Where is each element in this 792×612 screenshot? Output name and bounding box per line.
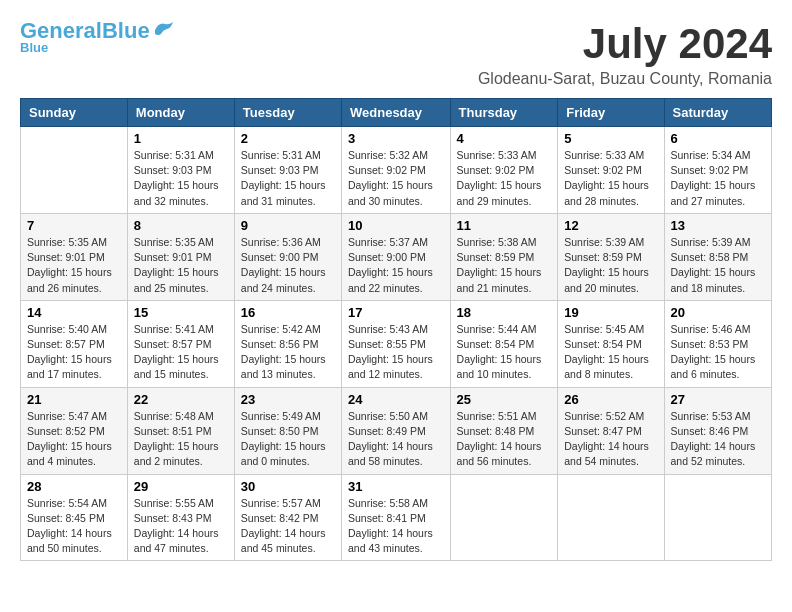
day-number: 17 <box>348 305 444 320</box>
day-info: Sunrise: 5:50 AMSunset: 8:49 PMDaylight:… <box>348 409 444 470</box>
calendar-header: SundayMondayTuesdayWednesdayThursdayFrid… <box>21 99 772 127</box>
calendar-table: SundayMondayTuesdayWednesdayThursdayFrid… <box>20 98 772 561</box>
calendar-cell: 14Sunrise: 5:40 AMSunset: 8:57 PMDayligh… <box>21 300 128 387</box>
day-info: Sunrise: 5:35 AMSunset: 9:01 PMDaylight:… <box>27 235 121 296</box>
calendar-cell: 28Sunrise: 5:54 AMSunset: 8:45 PMDayligh… <box>21 474 128 561</box>
day-number: 24 <box>348 392 444 407</box>
calendar-cell: 18Sunrise: 5:44 AMSunset: 8:54 PMDayligh… <box>450 300 558 387</box>
day-number: 29 <box>134 479 228 494</box>
day-number: 1 <box>134 131 228 146</box>
logo-blue: Blue <box>102 18 150 43</box>
calendar-cell <box>450 474 558 561</box>
header-day-wednesday: Wednesday <box>342 99 451 127</box>
day-number: 31 <box>348 479 444 494</box>
day-number: 4 <box>457 131 552 146</box>
month-title: July 2024 <box>478 20 772 68</box>
calendar-cell: 24Sunrise: 5:50 AMSunset: 8:49 PMDayligh… <box>342 387 451 474</box>
calendar-cell <box>664 474 771 561</box>
header-day-thursday: Thursday <box>450 99 558 127</box>
calendar-cell: 15Sunrise: 5:41 AMSunset: 8:57 PMDayligh… <box>127 300 234 387</box>
page-header: GeneralBlue Blue July 2024 Glodeanu-Sara… <box>20 20 772 88</box>
calendar-cell: 12Sunrise: 5:39 AMSunset: 8:59 PMDayligh… <box>558 213 664 300</box>
calendar-cell: 20Sunrise: 5:46 AMSunset: 8:53 PMDayligh… <box>664 300 771 387</box>
day-info: Sunrise: 5:57 AMSunset: 8:42 PMDaylight:… <box>241 496 335 557</box>
calendar-cell: 13Sunrise: 5:39 AMSunset: 8:58 PMDayligh… <box>664 213 771 300</box>
day-number: 3 <box>348 131 444 146</box>
header-day-saturday: Saturday <box>664 99 771 127</box>
day-number: 28 <box>27 479 121 494</box>
day-info: Sunrise: 5:55 AMSunset: 8:43 PMDaylight:… <box>134 496 228 557</box>
calendar-cell <box>21 127 128 214</box>
week-row-4: 28Sunrise: 5:54 AMSunset: 8:45 PMDayligh… <box>21 474 772 561</box>
day-info: Sunrise: 5:31 AMSunset: 9:03 PMDaylight:… <box>241 148 335 209</box>
day-info: Sunrise: 5:47 AMSunset: 8:52 PMDaylight:… <box>27 409 121 470</box>
logo: GeneralBlue Blue <box>20 20 175 55</box>
day-number: 21 <box>27 392 121 407</box>
calendar-cell: 26Sunrise: 5:52 AMSunset: 8:47 PMDayligh… <box>558 387 664 474</box>
day-number: 7 <box>27 218 121 233</box>
day-info: Sunrise: 5:42 AMSunset: 8:56 PMDaylight:… <box>241 322 335 383</box>
day-info: Sunrise: 5:54 AMSunset: 8:45 PMDaylight:… <box>27 496 121 557</box>
header-day-friday: Friday <box>558 99 664 127</box>
day-number: 8 <box>134 218 228 233</box>
day-number: 19 <box>564 305 657 320</box>
calendar-cell: 21Sunrise: 5:47 AMSunset: 8:52 PMDayligh… <box>21 387 128 474</box>
day-number: 9 <box>241 218 335 233</box>
week-row-3: 21Sunrise: 5:47 AMSunset: 8:52 PMDayligh… <box>21 387 772 474</box>
day-info: Sunrise: 5:39 AMSunset: 8:59 PMDaylight:… <box>564 235 657 296</box>
day-number: 15 <box>134 305 228 320</box>
day-number: 2 <box>241 131 335 146</box>
calendar-cell: 7Sunrise: 5:35 AMSunset: 9:01 PMDaylight… <box>21 213 128 300</box>
day-info: Sunrise: 5:41 AMSunset: 8:57 PMDaylight:… <box>134 322 228 383</box>
header-day-sunday: Sunday <box>21 99 128 127</box>
header-day-tuesday: Tuesday <box>234 99 341 127</box>
week-row-0: 1Sunrise: 5:31 AMSunset: 9:03 PMDaylight… <box>21 127 772 214</box>
day-info: Sunrise: 5:49 AMSunset: 8:50 PMDaylight:… <box>241 409 335 470</box>
day-number: 13 <box>671 218 765 233</box>
day-info: Sunrise: 5:40 AMSunset: 8:57 PMDaylight:… <box>27 322 121 383</box>
day-info: Sunrise: 5:38 AMSunset: 8:59 PMDaylight:… <box>457 235 552 296</box>
calendar-cell: 4Sunrise: 5:33 AMSunset: 9:02 PMDaylight… <box>450 127 558 214</box>
calendar-cell: 27Sunrise: 5:53 AMSunset: 8:46 PMDayligh… <box>664 387 771 474</box>
day-info: Sunrise: 5:34 AMSunset: 9:02 PMDaylight:… <box>671 148 765 209</box>
day-number: 23 <box>241 392 335 407</box>
calendar-cell: 30Sunrise: 5:57 AMSunset: 8:42 PMDayligh… <box>234 474 341 561</box>
day-info: Sunrise: 5:44 AMSunset: 8:54 PMDaylight:… <box>457 322 552 383</box>
day-number: 12 <box>564 218 657 233</box>
day-info: Sunrise: 5:45 AMSunset: 8:54 PMDaylight:… <box>564 322 657 383</box>
calendar-cell: 5Sunrise: 5:33 AMSunset: 9:02 PMDaylight… <box>558 127 664 214</box>
day-info: Sunrise: 5:53 AMSunset: 8:46 PMDaylight:… <box>671 409 765 470</box>
day-number: 16 <box>241 305 335 320</box>
day-number: 14 <box>27 305 121 320</box>
title-block: July 2024 Glodeanu-Sarat, Buzau County, … <box>478 20 772 88</box>
day-info: Sunrise: 5:58 AMSunset: 8:41 PMDaylight:… <box>348 496 444 557</box>
day-number: 6 <box>671 131 765 146</box>
day-info: Sunrise: 5:39 AMSunset: 8:58 PMDaylight:… <box>671 235 765 296</box>
day-info: Sunrise: 5:52 AMSunset: 8:47 PMDaylight:… <box>564 409 657 470</box>
calendar-cell: 16Sunrise: 5:42 AMSunset: 8:56 PMDayligh… <box>234 300 341 387</box>
day-number: 5 <box>564 131 657 146</box>
calendar-cell: 8Sunrise: 5:35 AMSunset: 9:01 PMDaylight… <box>127 213 234 300</box>
calendar-cell: 19Sunrise: 5:45 AMSunset: 8:54 PMDayligh… <box>558 300 664 387</box>
day-info: Sunrise: 5:31 AMSunset: 9:03 PMDaylight:… <box>134 148 228 209</box>
calendar-cell: 10Sunrise: 5:37 AMSunset: 9:00 PMDayligh… <box>342 213 451 300</box>
day-info: Sunrise: 5:48 AMSunset: 8:51 PMDaylight:… <box>134 409 228 470</box>
calendar-cell: 6Sunrise: 5:34 AMSunset: 9:02 PMDaylight… <box>664 127 771 214</box>
calendar-cell: 1Sunrise: 5:31 AMSunset: 9:03 PMDaylight… <box>127 127 234 214</box>
day-info: Sunrise: 5:37 AMSunset: 9:00 PMDaylight:… <box>348 235 444 296</box>
calendar-cell: 3Sunrise: 5:32 AMSunset: 9:02 PMDaylight… <box>342 127 451 214</box>
day-info: Sunrise: 5:33 AMSunset: 9:02 PMDaylight:… <box>564 148 657 209</box>
day-number: 22 <box>134 392 228 407</box>
logo-subtitle: Blue <box>20 40 48 55</box>
week-row-1: 7Sunrise: 5:35 AMSunset: 9:01 PMDaylight… <box>21 213 772 300</box>
day-info: Sunrise: 5:36 AMSunset: 9:00 PMDaylight:… <box>241 235 335 296</box>
location: Glodeanu-Sarat, Buzau County, Romania <box>478 70 772 88</box>
calendar-cell: 31Sunrise: 5:58 AMSunset: 8:41 PMDayligh… <box>342 474 451 561</box>
day-number: 25 <box>457 392 552 407</box>
day-number: 11 <box>457 218 552 233</box>
calendar-body: 1Sunrise: 5:31 AMSunset: 9:03 PMDaylight… <box>21 127 772 561</box>
calendar-cell: 17Sunrise: 5:43 AMSunset: 8:55 PMDayligh… <box>342 300 451 387</box>
day-number: 27 <box>671 392 765 407</box>
calendar-cell <box>558 474 664 561</box>
day-number: 20 <box>671 305 765 320</box>
